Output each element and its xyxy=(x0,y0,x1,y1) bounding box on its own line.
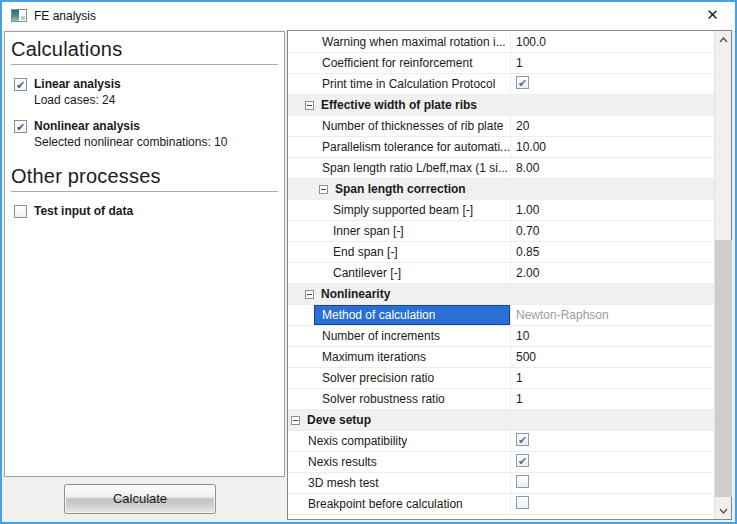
property-label: Maximum iterations xyxy=(322,350,426,364)
property-label: Method of calculation xyxy=(322,308,435,322)
grid-row[interactable]: Number of increments10 xyxy=(288,326,714,347)
calculations-panel: Calculations ✔ Linear analysis Load case… xyxy=(4,31,285,477)
property-label: Nexis results xyxy=(308,455,377,469)
property-value[interactable]: 0.70 xyxy=(516,224,539,238)
column-divider xyxy=(510,473,511,493)
group-label: Nonlinearity xyxy=(321,287,390,301)
column-divider xyxy=(510,263,511,283)
nonlinear-analysis-checkbox[interactable]: ✔ xyxy=(14,120,27,133)
grid-row[interactable]: Simply supported beam [-]1.00 xyxy=(288,200,714,221)
grid-group-row[interactable]: Deve setup xyxy=(288,410,714,431)
grid-row[interactable]: Solver robustness ratio1 xyxy=(288,389,714,410)
collapse-icon[interactable] xyxy=(305,290,314,299)
nonlinear-analysis-item[interactable]: ✔ Nonlinear analysis Selected nonlinear … xyxy=(14,119,284,149)
property-value[interactable]: 100.0 xyxy=(516,35,546,49)
property-value[interactable]: 1 xyxy=(516,392,523,406)
property-label: Print time in Calculation Protocol xyxy=(322,77,495,91)
property-label: Number of increments xyxy=(322,329,440,343)
property-label: Span length ratio L/beff,max (1 si... xyxy=(322,161,508,175)
grid-row[interactable]: Span length ratio L/beff,max (1 si...8.0… xyxy=(288,158,714,179)
grid-row[interactable]: Coefficient for reinforcement1 xyxy=(288,53,714,74)
property-value[interactable]: Newton-Raphson xyxy=(516,308,609,322)
grid-row[interactable]: Nexis results✔ xyxy=(288,452,714,473)
collapse-icon[interactable] xyxy=(291,416,300,425)
check-item-label: Test input of data xyxy=(34,204,284,218)
linear-analysis-checkbox[interactable]: ✔ xyxy=(14,78,27,91)
property-checkbox[interactable]: ✔ xyxy=(516,454,529,467)
column-divider xyxy=(510,137,511,157)
group-label: Deve setup xyxy=(307,413,371,427)
column-divider xyxy=(510,368,511,388)
app-window-icon xyxy=(11,9,27,22)
column-divider xyxy=(510,200,511,220)
grid-row[interactable]: Solver precision ratio1 xyxy=(288,368,714,389)
grid-row[interactable]: Print time in Calculation Protocol✔ xyxy=(288,74,714,95)
property-value[interactable]: 0.85 xyxy=(516,245,539,259)
property-value[interactable]: 1.00 xyxy=(516,203,539,217)
scrollbar-down-icon[interactable] xyxy=(715,502,732,519)
property-label: Coefficient for reinforcement xyxy=(322,56,473,70)
section-divider xyxy=(11,64,278,65)
scrollbar-thumb[interactable] xyxy=(715,240,732,497)
grid-row[interactable]: Maximum iterations500 xyxy=(288,347,714,368)
property-rows: Warning when maximal rotation i...100.0C… xyxy=(288,32,714,519)
property-value[interactable]: 2.00 xyxy=(516,266,539,280)
collapse-icon[interactable] xyxy=(319,185,328,194)
grid-group-row[interactable]: Span length correction xyxy=(288,179,714,200)
grid-row[interactable]: Breakpoint before calculation xyxy=(288,494,714,515)
linear-analysis-item[interactable]: ✔ Linear analysis Load cases: 24 xyxy=(14,77,284,107)
grid-row[interactable]: Parallelism tolerance for automati...10.… xyxy=(288,137,714,158)
property-value[interactable]: 10.00 xyxy=(516,140,546,154)
grid-row[interactable]: End span [-]0.85 xyxy=(288,242,714,263)
grid-row[interactable]: Inner span [-]0.70 xyxy=(288,221,714,242)
settings-property-grid: Warning when maximal rotation i...100.0C… xyxy=(287,30,732,520)
property-value[interactable]: 20 xyxy=(516,119,529,133)
grid-row[interactable]: Nexis compatibility✔ xyxy=(288,431,714,452)
group-label: Effective width of plate ribs xyxy=(321,98,477,112)
property-value[interactable]: 8.00 xyxy=(516,161,539,175)
column-divider xyxy=(510,221,511,241)
property-checkbox[interactable]: ✔ xyxy=(516,76,529,89)
title-bar: FE analysis ✕ xyxy=(2,2,735,30)
column-divider xyxy=(510,74,511,94)
grid-row[interactable]: Warning when maximal rotation i...100.0 xyxy=(288,32,714,53)
group-label: Span length correction xyxy=(335,182,466,196)
property-value[interactable]: 10 xyxy=(516,329,529,343)
grid-row[interactable]: Number of thicknesses of rib plate20 xyxy=(288,116,714,137)
grid-row[interactable]: Cantilever [-]2.00 xyxy=(288,263,714,284)
calculate-button[interactable]: Calculate xyxy=(64,484,216,514)
vertical-scrollbar[interactable] xyxy=(714,31,731,519)
property-label: Solver robustness ratio xyxy=(322,392,445,406)
test-input-checkbox[interactable] xyxy=(14,205,27,218)
property-value[interactable]: 500 xyxy=(516,350,536,364)
collapse-icon[interactable] xyxy=(305,101,314,110)
property-label: Number of thicknesses of rib plate xyxy=(322,119,503,133)
property-checkbox[interactable] xyxy=(516,475,529,488)
section-divider xyxy=(11,191,278,192)
property-checkbox[interactable]: ✔ xyxy=(516,433,529,446)
column-divider xyxy=(510,116,511,136)
property-checkbox[interactable] xyxy=(516,496,529,509)
column-divider xyxy=(510,326,511,346)
check-item-label: Linear analysis xyxy=(34,77,284,91)
close-icon[interactable]: ✕ xyxy=(690,2,735,30)
property-value[interactable]: 1 xyxy=(516,371,523,385)
check-item-label: Nonlinear analysis xyxy=(34,119,284,133)
property-value[interactable]: 1 xyxy=(516,56,523,70)
property-label: Simply supported beam [-] xyxy=(333,203,473,217)
window-title: FE analysis xyxy=(34,9,96,23)
property-label: End span [-] xyxy=(333,245,398,259)
fe-analysis-dialog: FE analysis ✕ Calculations ✔ Linear anal… xyxy=(0,0,737,524)
grid-group-row[interactable]: Nonlinearity xyxy=(288,284,714,305)
column-divider xyxy=(510,53,511,73)
column-divider xyxy=(510,305,511,325)
property-label: Cantilever [-] xyxy=(333,266,401,280)
property-label: Nexis compatibility xyxy=(308,434,407,448)
property-label: Inner span [-] xyxy=(333,224,404,238)
test-input-item[interactable]: Test input of data xyxy=(14,204,284,234)
property-label: Solver precision ratio xyxy=(322,371,434,385)
grid-group-row[interactable]: Effective width of plate ribs xyxy=(288,95,714,116)
grid-row[interactable]: Method of calculationNewton-Raphson xyxy=(288,305,714,326)
scrollbar-up-icon[interactable] xyxy=(715,31,732,48)
grid-row[interactable]: 3D mesh test xyxy=(288,473,714,494)
